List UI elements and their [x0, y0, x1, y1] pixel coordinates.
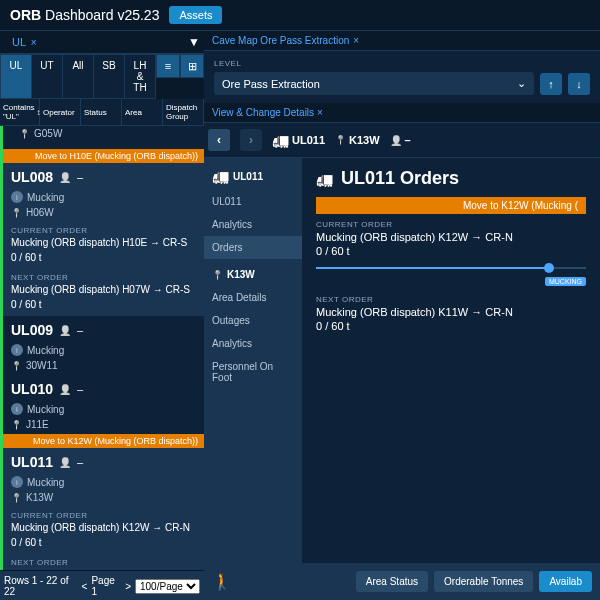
current-order-label: CURRENT ORDER: [3, 222, 204, 235]
next-order: Mucking (ORB dispatch) K11W → CR-N: [3, 567, 204, 570]
asset-card[interactable]: UL008– iMucking H06W CURRENT ORDER Mucki…: [0, 149, 204, 316]
content-pane: UL011 Orders Move to K12W (Mucking ( CUR…: [302, 158, 600, 600]
asset-card[interactable]: G05W: [0, 126, 204, 149]
crumb-area[interactable]: K13W: [335, 134, 380, 146]
current-order-tonnes: 0 / 60 t: [316, 245, 586, 257]
tab-close-icon[interactable]: ×: [31, 37, 37, 48]
level-down-button[interactable]: ↓: [568, 73, 590, 95]
info-icon: i: [11, 476, 23, 488]
asset-status: Mucking: [27, 477, 64, 488]
walking-person-icon[interactable]: 🚶: [212, 572, 232, 591]
crumb-asset[interactable]: UL011: [272, 132, 325, 148]
current-order-label: CURRENT ORDER: [3, 507, 204, 520]
asset-card[interactable]: UL009– iMucking 30W11: [0, 316, 204, 375]
level-dropdown[interactable]: Ore Pass Extraction⌄: [214, 72, 534, 95]
view-toggle: ≡ ⊞: [156, 54, 204, 99]
orderable-tonnes-button[interactable]: Orderable Tonnes: [434, 571, 533, 592]
tab-view-change[interactable]: View & Change Details ×: [212, 107, 323, 118]
seg-lhth[interactable]: LH & TH: [125, 55, 155, 98]
right-tabs: Cave Map Ore Pass Extraction ×: [204, 31, 600, 51]
current-tonnes: 0 / 60 t: [3, 252, 204, 269]
pager: Rows 1 - 22 of 22 < Page 1 > 100/Page: [0, 570, 204, 600]
nav-item[interactable]: UL011: [204, 190, 302, 213]
assets-button[interactable]: Assets: [169, 6, 222, 24]
tab-close-icon[interactable]: ×: [317, 107, 323, 118]
person-icon: [390, 135, 402, 146]
nav-item[interactable]: Outages: [204, 309, 302, 332]
crumb-person[interactable]: –: [390, 134, 411, 146]
next-order-label: NEXT ORDER: [3, 554, 204, 567]
pager-rows: Rows 1 - 22 of 22: [4, 575, 78, 597]
pin-icon: [212, 269, 223, 280]
person-icon: [59, 171, 71, 183]
asset-card[interactable]: UL010– iMucking J11E: [0, 375, 204, 434]
pin-icon: [11, 419, 22, 430]
pager-select[interactable]: 100/Page: [135, 579, 200, 594]
list-view-icon[interactable]: ≡: [156, 54, 180, 78]
pager-next[interactable]: >: [125, 581, 131, 592]
asset-title: UL010: [11, 381, 53, 397]
tab-close-icon[interactable]: ×: [353, 35, 359, 46]
current-order: Mucking (ORB dispatch) K12W → CR-N: [3, 520, 204, 537]
right-panel: Cave Map Ore Pass Extraction × LEVEL Ore…: [204, 31, 600, 600]
nav-group-asset[interactable]: UL011: [204, 158, 302, 190]
available-button[interactable]: Availab: [539, 571, 592, 592]
progress-bar[interactable]: MUCKING: [316, 267, 586, 269]
info-icon: i: [11, 344, 23, 356]
next-order-text: Mucking (ORB dispatch) K11W → CR-N: [316, 306, 586, 318]
area-status-button[interactable]: Area Status: [356, 571, 428, 592]
nav-item[interactable]: Analytics: [204, 332, 302, 355]
tab-cave-map[interactable]: Cave Map Ore Pass Extraction ×: [212, 35, 359, 46]
detail-body: UL011 UL011 Analytics Orders K13W Area D…: [204, 158, 600, 600]
progress-handle[interactable]: [544, 263, 554, 273]
fh-contains[interactable]: Contains "UL"↕: [0, 99, 40, 125]
fh-dispatch[interactable]: Dispatch Group: [163, 99, 204, 125]
fh-area[interactable]: Area: [122, 99, 163, 125]
pager-prev[interactable]: <: [82, 581, 88, 592]
segment-row: UL UT All SB LH & TH: [0, 54, 156, 99]
nav-item[interactable]: Personnel On Foot: [204, 355, 302, 389]
nav-group-area[interactable]: K13W: [204, 259, 302, 286]
seg-ul[interactable]: UL: [1, 55, 32, 98]
chevron-down-icon: ⌄: [517, 77, 526, 90]
nav-item-orders[interactable]: Orders: [204, 236, 302, 259]
person-icon: [59, 383, 71, 395]
tab-ul[interactable]: UL ×: [4, 33, 45, 51]
asset-list[interactable]: G05W UL008– iMucking H06W CURRENT ORDER …: [0, 126, 204, 570]
header: ORB Dashboard v25.23 Assets: [0, 0, 600, 31]
truck-icon: [212, 168, 229, 184]
level-up-button[interactable]: ↑: [540, 73, 562, 95]
nav-back-button[interactable]: ‹: [208, 129, 230, 151]
fh-operator[interactable]: Operator: [40, 99, 81, 125]
fh-status[interactable]: Status: [81, 99, 122, 125]
info-icon: i: [11, 191, 23, 203]
next-order-label: NEXT ORDER: [3, 269, 204, 282]
seg-ut[interactable]: UT: [32, 55, 63, 98]
nav-item[interactable]: Area Details: [204, 286, 302, 309]
asset-loc: G05W: [34, 128, 62, 139]
grid-view-icon[interactable]: ⊞: [180, 54, 204, 78]
seg-all[interactable]: All: [63, 55, 94, 98]
nav-forward-button[interactable]: ›: [240, 129, 262, 151]
progress-badge: MUCKING: [545, 277, 586, 286]
asset-status: Mucking: [27, 404, 64, 415]
progress-fill: [316, 267, 546, 269]
nav-pane: UL011 UL011 Analytics Orders K13W Area D…: [204, 158, 302, 600]
dash-icon: –: [77, 324, 83, 336]
asset-loc: H06W: [26, 207, 54, 218]
person-icon: [59, 324, 71, 336]
pin-icon: [19, 128, 30, 139]
asset-status: Mucking: [27, 345, 64, 356]
bottom-bar: 🚶 Area Status Orderable Tonnes Availab: [204, 563, 600, 600]
current-order-text: Mucking (ORB dispatch) K12W → CR-N: [316, 231, 586, 243]
nav-item[interactable]: Analytics: [204, 213, 302, 236]
asset-card[interactable]: UL011– iMucking K13W CURRENT ORDER Mucki…: [0, 434, 204, 570]
pin-icon: [335, 135, 346, 145]
dash-icon: –: [77, 171, 83, 183]
level-selector: LEVEL Ore Pass Extraction⌄ ↑ ↓: [204, 51, 600, 103]
filter-icon[interactable]: ▼: [188, 35, 200, 49]
breadcrumb: ‹ › UL011 K13W –: [204, 123, 600, 158]
seg-sb[interactable]: SB: [94, 55, 125, 98]
next-order-block: NEXT ORDER Mucking (ORB dispatch) K11W →…: [316, 295, 586, 332]
app-logo: ORB Dashboard v25.23: [10, 7, 159, 23]
